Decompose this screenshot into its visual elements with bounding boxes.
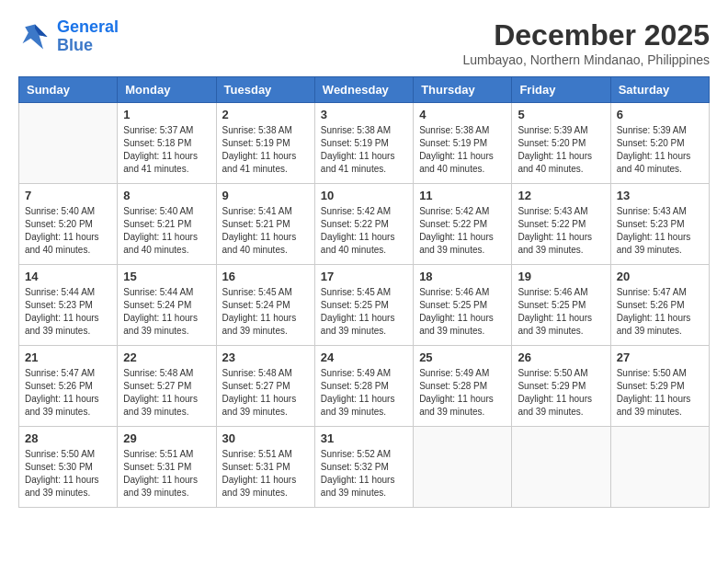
calendar-cell: 30Sunrise: 5:51 AM Sunset: 5:31 PM Dayli… xyxy=(216,427,314,508)
day-number: 30 xyxy=(222,431,309,445)
calendar-cell: 19Sunrise: 5:46 AM Sunset: 5:25 PM Dayli… xyxy=(512,265,610,346)
day-info: Sunrise: 5:51 AM Sunset: 5:31 PM Dayligh… xyxy=(123,448,210,500)
calendar-cell: 4Sunrise: 5:38 AM Sunset: 5:19 PM Daylig… xyxy=(414,103,512,184)
day-number: 9 xyxy=(222,189,309,202)
day-info: Sunrise: 5:43 AM Sunset: 5:22 PM Dayligh… xyxy=(518,205,604,257)
day-number: 18 xyxy=(419,270,506,283)
column-header-friday: Friday xyxy=(512,77,610,103)
calendar-week-row: 7Sunrise: 5:40 AM Sunset: 5:20 PM Daylig… xyxy=(19,184,710,265)
day-info: Sunrise: 5:38 AM Sunset: 5:19 PM Dayligh… xyxy=(419,124,506,176)
calendar-cell: 1Sunrise: 5:37 AM Sunset: 5:18 PM Daylig… xyxy=(118,103,216,184)
day-info: Sunrise: 5:49 AM Sunset: 5:28 PM Dayligh… xyxy=(419,367,506,419)
calendar-cell xyxy=(610,427,709,508)
calendar-cell: 15Sunrise: 5:44 AM Sunset: 5:24 PM Dayli… xyxy=(118,265,216,346)
day-number: 6 xyxy=(617,108,703,121)
calendar-cell: 3Sunrise: 5:38 AM Sunset: 5:19 PM Daylig… xyxy=(314,103,413,184)
calendar-cell: 23Sunrise: 5:48 AM Sunset: 5:27 PM Dayli… xyxy=(216,346,314,427)
day-number: 4 xyxy=(419,108,506,121)
day-info: Sunrise: 5:45 AM Sunset: 5:25 PM Dayligh… xyxy=(321,286,407,338)
day-number: 2 xyxy=(222,108,309,121)
calendar-cell xyxy=(414,427,512,508)
day-info: Sunrise: 5:51 AM Sunset: 5:31 PM Dayligh… xyxy=(222,448,309,500)
day-number: 27 xyxy=(617,350,703,364)
day-info: Sunrise: 5:40 AM Sunset: 5:20 PM Dayligh… xyxy=(25,205,111,257)
calendar-cell: 16Sunrise: 5:45 AM Sunset: 5:24 PM Dayli… xyxy=(216,265,314,346)
day-info: Sunrise: 5:52 AM Sunset: 5:32 PM Dayligh… xyxy=(321,448,407,500)
day-info: Sunrise: 5:40 AM Sunset: 5:21 PM Dayligh… xyxy=(123,205,210,257)
day-number: 5 xyxy=(518,108,604,121)
logo: General Blue xyxy=(18,18,119,55)
column-header-saturday: Saturday xyxy=(610,77,709,103)
day-number: 29 xyxy=(123,431,210,445)
day-info: Sunrise: 5:42 AM Sunset: 5:22 PM Dayligh… xyxy=(321,205,407,257)
calendar-cell: 24Sunrise: 5:49 AM Sunset: 5:28 PM Dayli… xyxy=(314,346,413,427)
day-number: 10 xyxy=(321,189,407,202)
calendar-cell: 18Sunrise: 5:46 AM Sunset: 5:25 PM Dayli… xyxy=(414,265,512,346)
calendar-cell: 17Sunrise: 5:45 AM Sunset: 5:25 PM Dayli… xyxy=(314,265,413,346)
day-info: Sunrise: 5:41 AM Sunset: 5:21 PM Dayligh… xyxy=(222,205,309,257)
day-info: Sunrise: 5:47 AM Sunset: 5:26 PM Dayligh… xyxy=(617,286,703,338)
location-subtitle: Lumbayao, Northern Mindanao, Philippines xyxy=(463,52,711,67)
month-title: December 2025 xyxy=(463,18,711,52)
day-info: Sunrise: 5:46 AM Sunset: 5:25 PM Dayligh… xyxy=(518,286,604,338)
day-info: Sunrise: 5:38 AM Sunset: 5:19 PM Dayligh… xyxy=(321,124,407,176)
day-number: 1 xyxy=(123,108,210,121)
calendar-cell: 28Sunrise: 5:50 AM Sunset: 5:30 PM Dayli… xyxy=(19,427,118,508)
day-number: 31 xyxy=(321,431,407,445)
logo-icon xyxy=(18,20,51,53)
day-info: Sunrise: 5:48 AM Sunset: 5:27 PM Dayligh… xyxy=(123,367,210,419)
calendar-cell: 31Sunrise: 5:52 AM Sunset: 5:32 PM Dayli… xyxy=(314,427,413,508)
calendar-cell: 29Sunrise: 5:51 AM Sunset: 5:31 PM Dayli… xyxy=(118,427,216,508)
logo-text: General Blue xyxy=(57,18,119,55)
calendar-cell: 21Sunrise: 5:47 AM Sunset: 5:26 PM Dayli… xyxy=(19,346,118,427)
calendar-week-row: 28Sunrise: 5:50 AM Sunset: 5:30 PM Dayli… xyxy=(19,427,710,508)
day-info: Sunrise: 5:47 AM Sunset: 5:26 PM Dayligh… xyxy=(25,367,111,419)
calendar-cell: 11Sunrise: 5:42 AM Sunset: 5:22 PM Dayli… xyxy=(414,184,512,265)
day-number: 8 xyxy=(123,189,210,202)
calendar-cell: 9Sunrise: 5:41 AM Sunset: 5:21 PM Daylig… xyxy=(216,184,314,265)
day-info: Sunrise: 5:37 AM Sunset: 5:18 PM Dayligh… xyxy=(123,124,210,176)
calendar-cell: 8Sunrise: 5:40 AM Sunset: 5:21 PM Daylig… xyxy=(118,184,216,265)
day-info: Sunrise: 5:38 AM Sunset: 5:19 PM Dayligh… xyxy=(222,124,309,176)
day-number: 11 xyxy=(419,189,506,202)
title-area: December 2025 Lumbayao, Northern Mindana… xyxy=(463,18,711,67)
day-info: Sunrise: 5:48 AM Sunset: 5:27 PM Dayligh… xyxy=(222,367,309,419)
calendar-table: SundayMondayTuesdayWednesdayThursdayFrid… xyxy=(18,76,710,508)
calendar-cell: 22Sunrise: 5:48 AM Sunset: 5:27 PM Dayli… xyxy=(118,346,216,427)
calendar-cell: 2Sunrise: 5:38 AM Sunset: 5:19 PM Daylig… xyxy=(216,103,314,184)
calendar-cell xyxy=(512,427,610,508)
day-info: Sunrise: 5:44 AM Sunset: 5:23 PM Dayligh… xyxy=(25,286,111,338)
day-info: Sunrise: 5:50 AM Sunset: 5:29 PM Dayligh… xyxy=(617,367,703,419)
calendar-cell: 26Sunrise: 5:50 AM Sunset: 5:29 PM Dayli… xyxy=(512,346,610,427)
calendar-cell: 5Sunrise: 5:39 AM Sunset: 5:20 PM Daylig… xyxy=(512,103,610,184)
column-header-monday: Monday xyxy=(118,77,216,103)
day-info: Sunrise: 5:44 AM Sunset: 5:24 PM Dayligh… xyxy=(123,286,210,338)
day-number: 23 xyxy=(222,350,309,364)
page-header: General Blue December 2025 Lumbayao, Nor… xyxy=(18,18,710,67)
calendar-cell: 12Sunrise: 5:43 AM Sunset: 5:22 PM Dayli… xyxy=(512,184,610,265)
day-number: 17 xyxy=(321,270,407,283)
calendar-cell: 27Sunrise: 5:50 AM Sunset: 5:29 PM Dayli… xyxy=(610,346,709,427)
day-number: 7 xyxy=(25,189,111,202)
day-info: Sunrise: 5:46 AM Sunset: 5:25 PM Dayligh… xyxy=(419,286,506,338)
day-number: 3 xyxy=(321,108,407,121)
day-number: 26 xyxy=(518,350,604,364)
day-number: 28 xyxy=(25,431,111,445)
calendar-cell: 14Sunrise: 5:44 AM Sunset: 5:23 PM Dayli… xyxy=(19,265,118,346)
day-number: 25 xyxy=(419,350,506,364)
calendar-cell: 25Sunrise: 5:49 AM Sunset: 5:28 PM Dayli… xyxy=(414,346,512,427)
day-info: Sunrise: 5:45 AM Sunset: 5:24 PM Dayligh… xyxy=(222,286,309,338)
day-number: 15 xyxy=(123,270,210,283)
calendar-header-row: SundayMondayTuesdayWednesdayThursdayFrid… xyxy=(19,77,710,103)
calendar-cell: 10Sunrise: 5:42 AM Sunset: 5:22 PM Dayli… xyxy=(314,184,413,265)
day-info: Sunrise: 5:43 AM Sunset: 5:23 PM Dayligh… xyxy=(617,205,703,257)
day-info: Sunrise: 5:42 AM Sunset: 5:22 PM Dayligh… xyxy=(419,205,506,257)
day-number: 13 xyxy=(617,189,703,202)
day-number: 14 xyxy=(25,270,111,283)
calendar-cell: 20Sunrise: 5:47 AM Sunset: 5:26 PM Dayli… xyxy=(610,265,709,346)
day-info: Sunrise: 5:50 AM Sunset: 5:30 PM Dayligh… xyxy=(25,448,111,500)
column-header-wednesday: Wednesday xyxy=(314,77,413,103)
day-info: Sunrise: 5:39 AM Sunset: 5:20 PM Dayligh… xyxy=(617,124,703,176)
calendar-cell xyxy=(19,103,118,184)
calendar-cell: 7Sunrise: 5:40 AM Sunset: 5:20 PM Daylig… xyxy=(19,184,118,265)
